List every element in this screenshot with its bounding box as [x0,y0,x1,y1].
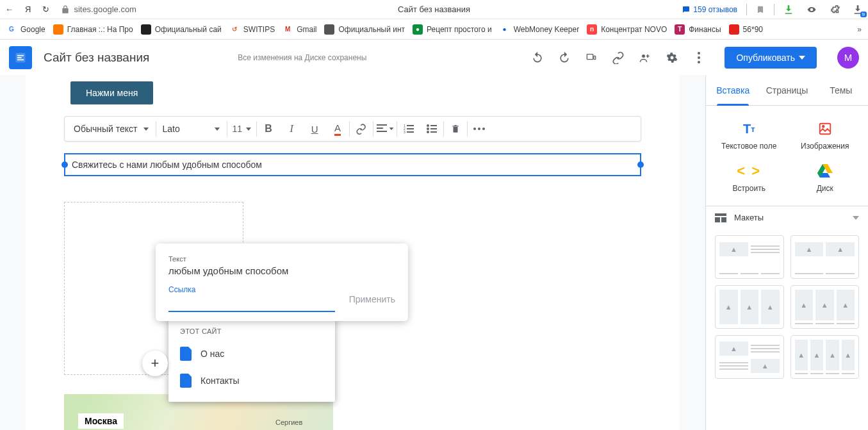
svg-rect-24 [430,131,437,133]
more-options-button[interactable] [468,117,491,141]
bookmarks-overflow-icon[interactable]: » [857,25,862,34]
bookmark-item[interactable]: ●WebMoney Keeper [500,24,580,35]
image-icon [818,121,832,136]
bookmarks-bar: GGoogleГлавная :.: На ПроОфициальный сай… [0,19,868,40]
download-icon[interactable] [783,4,794,15]
extension-icon[interactable] [830,4,841,15]
resize-handle-left[interactable] [61,161,68,168]
site-title[interactable]: Сайт без названия [44,51,149,65]
app-header: Сайт без названия Все изменения на Диске… [0,40,868,75]
add-section-button[interactable]: + [142,351,168,376]
settings-icon[interactable] [666,51,678,64]
text-field-value[interactable]: любым удобным способом [168,265,395,276]
tab-pages[interactable]: Страницы [760,75,814,105]
avatar[interactable]: M [837,47,859,69]
delete-button[interactable] [444,117,467,141]
italic-button[interactable]: I [280,117,303,141]
font-select[interactable]: Lato [156,117,227,141]
numbered-list-button[interactable]: 123 [397,117,420,141]
svg-rect-1 [17,54,24,56]
editor-canvas[interactable]: Нажми меня Обычный текст Lato 11 B [0,75,705,430]
comment-icon [682,6,691,13]
redo-icon[interactable] [558,51,571,64]
map-city-label-2: Сергиев [275,418,302,426]
embed-icon: < > [737,163,761,179]
svg-rect-31 [715,217,720,222]
svg-rect-10 [377,124,387,126]
chevron-down-icon [143,128,149,131]
suggestion-item[interactable]: Контакты [168,367,335,394]
insert-image[interactable]: Изображения [787,115,864,157]
svg-point-6 [642,54,645,58]
preview-icon[interactable] [585,51,598,64]
insert-link-button[interactable] [350,117,373,141]
reviews-link[interactable]: 159 отзывов [682,5,737,14]
underline-button[interactable]: U [303,117,326,141]
layout-option[interactable]: ▲ [715,235,784,279]
layouts-header[interactable]: Макеты [706,206,868,229]
bookmark-item[interactable]: Главная :.: На Про [53,24,133,35]
tab-insert[interactable]: Вставка [706,75,760,105]
insert-text-box[interactable]: Tт Текстовое поле [711,115,787,157]
layout-option[interactable]: ▲▲ [715,335,784,379]
link-icon[interactable] [612,51,625,64]
bulleted-list-button[interactable] [420,117,443,141]
svg-rect-20 [430,125,437,126]
more-icon[interactable] [692,51,705,64]
suggestion-item[interactable]: О нас [168,340,335,367]
layout-option[interactable]: ▲▲▲ [715,285,784,329]
bookmark-item[interactable]: 56*90 [729,24,763,35]
layouts-icon [715,213,726,222]
font-size-select[interactable]: 11 [227,117,257,141]
link-editor-popup: Текст любым удобным способом Ссылка Прим… [156,244,408,321]
publish-button[interactable]: Опубликовать [725,47,817,69]
tab-title: Сайт без названия [398,4,470,14]
cta-button[interactable]: Нажми меня [70,81,153,104]
svg-rect-22 [430,128,437,129]
bookmark-icon[interactable] [756,4,765,15]
bookmark-item[interactable]: TФинансы [675,24,721,35]
share-icon[interactable] [639,51,651,64]
text-field-label: Текст [168,255,395,263]
undo-icon[interactable] [531,51,544,64]
selected-text-block[interactable]: Свяжитесь с нами любым удобным способом [64,153,641,176]
page-icon [180,347,192,361]
bookmark-item[interactable]: Официальный инт [324,24,405,35]
bookmark-item[interactable]: ●Рецепт простого и [413,24,492,35]
layout-option[interactable]: ▲▲▲ [790,285,860,329]
panel-tabs: Вставка Страницы Темы [706,75,868,106]
link-url-input[interactable] [168,295,335,312]
map-block[interactable]: Москва Сергиев [64,394,641,430]
address-bar[interactable]: sites.google.com [61,4,136,14]
svg-rect-28 [820,124,831,135]
svg-point-7 [698,52,700,54]
nav-back-icon[interactable]: ← [5,4,13,14]
bookmark-item[interactable]: ↺SWITIPS [229,24,275,35]
reload-icon[interactable]: ↻ [42,4,49,14]
layout-option[interactable]: ▲▲ [790,235,860,279]
eye-icon[interactable] [805,5,818,14]
bookmark-item[interactable]: nКонцентрат NOVO [587,24,667,35]
bookmark-item[interactable]: GGoogle [6,24,45,35]
downloads-badge[interactable] [853,4,863,15]
layout-option[interactable]: ▲▲▲▲ [790,335,860,379]
text-style-select[interactable]: Обычный текст [67,117,156,141]
drive-icon [817,163,833,179]
bookmark-item[interactable]: MGmail [283,24,316,35]
bookmark-item[interactable]: Официальный сай [141,24,222,35]
sites-logo-icon[interactable] [9,46,32,69]
svg-rect-4 [587,54,593,59]
text-color-button[interactable]: A [326,117,349,141]
resize-handle-right[interactable] [637,161,644,168]
tab-themes[interactable]: Темы [814,75,868,105]
bold-button[interactable]: B [257,117,280,141]
insert-drive[interactable]: Диск [787,157,864,199]
yandex-icon[interactable]: Я [25,4,31,14]
apply-button[interactable]: Применить [349,294,395,304]
insert-embed[interactable]: < > Встроить [711,157,787,199]
svg-rect-18 [407,131,414,133]
align-button[interactable] [373,117,397,141]
chevron-down-icon [853,216,859,220]
chevron-down-icon [799,56,805,60]
svg-rect-12 [377,131,387,132]
